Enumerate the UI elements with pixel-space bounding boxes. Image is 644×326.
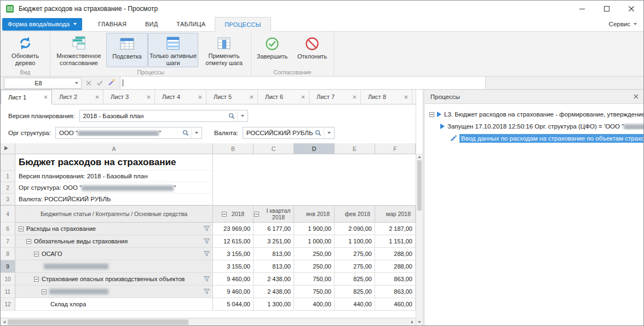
column-header-b[interactable]: B bbox=[213, 143, 254, 154]
sheet-tab-1[interactable]: Лист 1 bbox=[1, 90, 52, 104]
collapse-icon[interactable] bbox=[222, 212, 227, 217]
cell-reference-box[interactable]: E8 bbox=[4, 78, 82, 89]
collapse-icon[interactable] bbox=[19, 226, 24, 231]
filter-icon[interactable] bbox=[204, 251, 210, 257]
sheet-tab-2[interactable]: Лист 2 bbox=[52, 90, 104, 104]
value-cell[interactable]: 813,00 bbox=[254, 248, 294, 260]
quarter-header-cell[interactable]: I квартал 2018 bbox=[254, 206, 294, 223]
value-cell[interactable]: 275,00 bbox=[335, 248, 375, 260]
column-header-d[interactable]: D bbox=[294, 143, 335, 154]
scrollbar-thumb[interactable] bbox=[417, 160, 422, 211]
refresh-tree-button[interactable]: Обновить дерево bbox=[2, 33, 49, 67]
value-cell[interactable]: 9 460,00 bbox=[213, 286, 254, 298]
close-icon[interactable] bbox=[301, 95, 305, 99]
value-cell[interactable]: 12 615,00 bbox=[213, 235, 254, 248]
collapse-icon[interactable] bbox=[34, 277, 39, 282]
close-icon[interactable] bbox=[634, 94, 639, 100]
active-steps-only-button[interactable]: Только активные шаги bbox=[148, 33, 198, 67]
year-header-cell[interactable]: 2018 bbox=[213, 206, 254, 223]
value-cell[interactable]: 1 300,00 bbox=[254, 298, 294, 311]
service-menu[interactable]: Сервис bbox=[609, 21, 643, 27]
value-cell[interactable]: 400,00 bbox=[294, 298, 335, 311]
column-header-c[interactable]: C bbox=[254, 143, 294, 154]
row-header[interactable]: 10 bbox=[1, 273, 15, 286]
row-header[interactable]: 11 bbox=[1, 286, 15, 298]
row-header[interactable]: 2 bbox=[1, 182, 15, 194]
value-cell[interactable]: 288,00 bbox=[375, 260, 416, 273]
tab-processy[interactable]: ПРОЦЕССЫ bbox=[215, 17, 271, 32]
value-cell[interactable]: 825,00 bbox=[335, 273, 375, 286]
value-cell[interactable]: 440,00 bbox=[335, 298, 375, 311]
currency-info-cell[interactable]: Валюта: РОССИЙСКИЙ РУБЛЬ bbox=[15, 194, 213, 205]
filter-icon[interactable] bbox=[204, 289, 210, 294]
value-cell[interactable]: 2 438,00 bbox=[254, 286, 294, 298]
month-header-cell[interactable]: фев 2018 bbox=[335, 206, 375, 223]
sheet-tab-6[interactable]: Лист 6 bbox=[258, 90, 309, 104]
row-header-selected[interactable]: 9 bbox=[1, 260, 15, 273]
close-button[interactable] bbox=[619, 1, 643, 17]
budget-item-cell[interactable]: Страхование опасных производственных объ… bbox=[15, 273, 213, 286]
budget-item-cell[interactable] bbox=[15, 286, 213, 298]
cancel-entry-icon[interactable] bbox=[86, 78, 91, 88]
confirm-entry-icon[interactable] bbox=[96, 78, 103, 88]
search-icon[interactable] bbox=[227, 110, 237, 121]
chevron-down-icon[interactable] bbox=[72, 82, 81, 84]
row-header[interactable]: 1 bbox=[1, 171, 15, 182]
collapse-icon[interactable] bbox=[42, 289, 47, 294]
value-cell[interactable]: 3 155,00 bbox=[213, 260, 254, 273]
process-instance-item[interactable]: Запущен 17.10.2018 12:50:16 Орг. структу… bbox=[425, 120, 643, 132]
scroll-down-icon[interactable] bbox=[416, 318, 423, 325]
chevron-down-icon[interactable] bbox=[324, 127, 334, 138]
value-cell[interactable]: 3 155,00 bbox=[213, 248, 254, 260]
close-icon[interactable] bbox=[404, 95, 408, 99]
tab-tablica[interactable]: ТАБЛИЦА bbox=[167, 17, 215, 32]
column-header-f[interactable]: F bbox=[375, 143, 416, 154]
value-cell[interactable]: 23 969,00 bbox=[213, 223, 254, 235]
chevron-down-icon[interactable] bbox=[237, 110, 248, 121]
search-icon[interactable] bbox=[313, 127, 324, 138]
close-icon[interactable] bbox=[44, 95, 48, 99]
row-header[interactable]: 4 bbox=[1, 206, 15, 223]
close-icon[interactable] bbox=[198, 95, 202, 99]
close-icon[interactable] bbox=[95, 95, 99, 99]
scroll-right-icon[interactable] bbox=[409, 318, 416, 325]
version-info-cell[interactable]: Версия планирования: 2018 - Базовый план bbox=[15, 171, 213, 182]
column-header-e[interactable]: E bbox=[335, 143, 375, 154]
empty-cells[interactable] bbox=[213, 194, 416, 205]
empty-cells[interactable] bbox=[213, 154, 416, 171]
horizontal-scrollbar[interactable] bbox=[1, 318, 416, 325]
budget-item-cell[interactable]: ОСАГО bbox=[15, 248, 213, 260]
close-icon[interactable] bbox=[353, 95, 357, 99]
form-io-menu-button[interactable]: Форма ввода/вывода bbox=[2, 18, 82, 31]
row-header[interactable]: 7 bbox=[1, 235, 15, 248]
scroll-up-icon[interactable] bbox=[416, 153, 423, 160]
decline-button[interactable]: Отклонить bbox=[292, 33, 332, 67]
row-header[interactable]: 3 bbox=[1, 194, 15, 205]
org-structure-lookup-field[interactable]: ООО "" bbox=[55, 127, 202, 139]
value-cell[interactable]: 2 090,00 bbox=[335, 223, 375, 235]
close-icon[interactable] bbox=[250, 95, 254, 99]
highlight-button[interactable]: Подсветка bbox=[106, 33, 148, 67]
search-icon[interactable] bbox=[181, 127, 191, 138]
month-header-cell[interactable]: мар 2018 bbox=[375, 206, 416, 223]
complete-button[interactable]: Завершить bbox=[252, 33, 292, 67]
collapse-icon[interactable] bbox=[34, 252, 39, 257]
close-icon[interactable] bbox=[147, 95, 151, 99]
version-lookup-field[interactable]: 2018 - Базовый план bbox=[79, 110, 248, 122]
filter-icon[interactable] bbox=[204, 276, 210, 282]
row-header[interactable] bbox=[1, 154, 15, 171]
sheet-tab-4[interactable]: Лист 4 bbox=[155, 90, 206, 104]
value-cell[interactable]: 5 044,00 bbox=[213, 298, 254, 311]
tab-vid[interactable]: ВИД bbox=[136, 17, 167, 32]
currency-lookup-field[interactable]: РОССИЙСКИЙ РУБЛЬ bbox=[243, 127, 335, 139]
value-cell[interactable]: 1 900,00 bbox=[294, 223, 335, 235]
value-cell[interactable]: 9 460,00 bbox=[213, 273, 254, 286]
value-cell[interactable]: 813,00 bbox=[254, 260, 294, 273]
value-cell[interactable]: 288,00 bbox=[375, 248, 416, 260]
row-header[interactable]: 8 bbox=[1, 248, 15, 260]
budget-item-cell[interactable]: Склад хлора bbox=[15, 298, 213, 311]
formula-input[interactable] bbox=[120, 77, 486, 89]
value-cell[interactable]: 863,00 bbox=[375, 286, 416, 298]
collapse-icon[interactable] bbox=[254, 212, 259, 217]
value-cell[interactable]: 1 000,00 bbox=[294, 235, 335, 248]
